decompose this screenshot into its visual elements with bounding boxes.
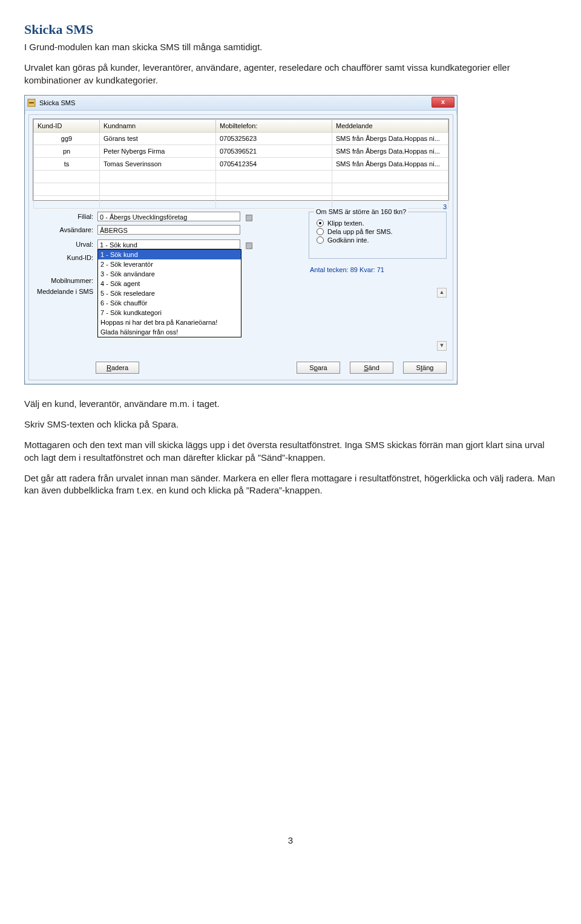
cell[interactable]: SMS från Åbergs Data.Hoppas ni... — [332, 145, 448, 157]
message-line: Hoppas ni har det bra på Kanarieöarna! — [98, 317, 241, 327]
cell[interactable]: pn — [34, 145, 100, 157]
doc-p1: I Grund-modulen kan man skicka SMS till … — [24, 41, 557, 53]
char-count: Antal tecken: 89 Kvar: 71 — [310, 266, 447, 273]
radio-icon — [317, 236, 324, 244]
row-count: 3 — [443, 203, 447, 210]
urval-field[interactable]: 1 - Sök kund — [97, 239, 240, 249]
doc-p5: Mottagaren och den text man vill skicka … — [24, 439, 557, 464]
sms-size-group: Om SMS är större än 160 tkn? Klipp texte… — [309, 212, 447, 259]
urval-option[interactable]: 4 - Sök agent — [98, 279, 241, 288]
col-kundnamn[interactable]: Kundnamn — [100, 119, 216, 132]
radio-label: Klipp texten. — [327, 220, 364, 227]
col-mobil[interactable]: Mobiltelefon: — [216, 119, 332, 132]
radio-dela[interactable]: Dela upp på fler SMS. — [317, 228, 446, 235]
radio-label: Dela upp på fler SMS. — [327, 228, 393, 235]
cell[interactable]: Görans test — [100, 132, 216, 145]
radera-button[interactable]: Radera — [96, 362, 139, 374]
result-table[interactable]: Kund-ID Kundnamn Mobiltelefon: Meddeland… — [33, 119, 449, 201]
svg-rect-1 — [29, 102, 34, 103]
filial-field[interactable]: 0 - Åbergs Utvecklingsföretag — [97, 212, 240, 221]
cell[interactable]: gg9 — [34, 132, 100, 145]
kundid-label: Kund-ID: — [33, 254, 93, 261]
filial-dropdown-icon[interactable]: ▨ — [243, 212, 254, 223]
doc-p4: Skriv SMS-texten och klicka på Spara. — [24, 418, 557, 431]
cell[interactable]: ts — [34, 157, 100, 170]
table-row[interactable]: gg9 Görans test 0705325623 SMS från Åber… — [34, 132, 448, 145]
radio-klipp[interactable]: Klipp texten. — [317, 220, 446, 227]
radio-godkann[interactable]: Godkänn inte. — [317, 236, 446, 244]
urval-dropdown-icon[interactable]: ▨ — [243, 239, 254, 250]
spara-button[interactable]: Spara — [297, 362, 340, 374]
col-kund-id[interactable]: Kund-ID — [34, 119, 100, 132]
cell[interactable]: 0705396521 — [216, 145, 332, 157]
scroll-up-icon[interactable]: ▲ — [437, 288, 447, 298]
meddelande-label: Meddelande i SMS — [33, 288, 93, 295]
cell[interactable]: Peter Nybergs Firma — [100, 145, 216, 157]
cell[interactable]: SMS från Åbergs Data.Hoppas ni... — [332, 157, 448, 170]
table-row[interactable]: ts Tomas Severinsson 0705412354 SMS från… — [34, 157, 448, 170]
cell[interactable]: SMS från Åbergs Data.Hoppas ni... — [332, 132, 448, 145]
radio-icon — [317, 228, 324, 235]
sand-button[interactable]: Sänd — [350, 362, 393, 374]
radio-icon — [317, 220, 324, 227]
titlebar: Skicka SMS x — [25, 96, 457, 111]
cell[interactable]: 0705412354 — [216, 157, 332, 170]
urval-option[interactable]: 2 - Sök leverantör — [98, 259, 241, 269]
urval-option[interactable]: 5 - Sök reseledare — [98, 288, 241, 298]
window-title: Skicka SMS — [39, 99, 75, 106]
group-legend: Om SMS är större än 160 tkn? — [314, 208, 408, 215]
doc-p6: Det går att radera från urvalet innan ma… — [24, 472, 557, 497]
close-button[interactable]: x — [432, 97, 455, 108]
cell[interactable]: Tomas Severinsson — [100, 157, 216, 170]
page-number: 3 — [24, 835, 557, 845]
cell[interactable]: 0705325623 — [216, 132, 332, 145]
urval-option[interactable]: 3 - Sök användare — [98, 269, 241, 279]
doc-p2: Urvalet kan göras på kunder, leverantöre… — [24, 62, 557, 86]
doc-p3: Välj en kund, leverantör, användare m.m.… — [24, 398, 557, 410]
scroll-down-icon[interactable]: ▼ — [437, 341, 447, 351]
app-window: Skicka SMS x Kund-ID Kundnamn Mobiltelef… — [24, 95, 458, 385]
avsandare-field[interactable]: ÅBERGS — [97, 225, 240, 235]
urval-label: Urval: — [33, 241, 93, 248]
urval-dropdown-list[interactable]: 1 - Sök kund 2 - Sök leverantör 3 - Sök … — [97, 249, 241, 337]
filial-label: Filial: — [33, 213, 93, 220]
avsandare-label: Avsändare: — [33, 226, 93, 233]
mobil-label: Mobilnummer: — [33, 277, 93, 284]
col-meddelande[interactable]: Meddelande — [332, 119, 448, 132]
doc-title: Skicka SMS — [24, 22, 557, 37]
stang-button[interactable]: Stäng — [403, 362, 447, 374]
app-icon — [27, 99, 36, 107]
message-line: Glada hälsningar från oss! — [98, 327, 241, 337]
urval-option[interactable]: 6 - Sök chaufför — [98, 298, 241, 308]
urval-option[interactable]: 7 - Sök kundkategori — [98, 308, 241, 317]
table-row[interactable]: pn Peter Nybergs Firma 0705396521 SMS fr… — [34, 145, 448, 157]
radio-label: Godkänn inte. — [327, 236, 369, 244]
urval-option[interactable]: 1 - Sök kund — [98, 250, 241, 259]
